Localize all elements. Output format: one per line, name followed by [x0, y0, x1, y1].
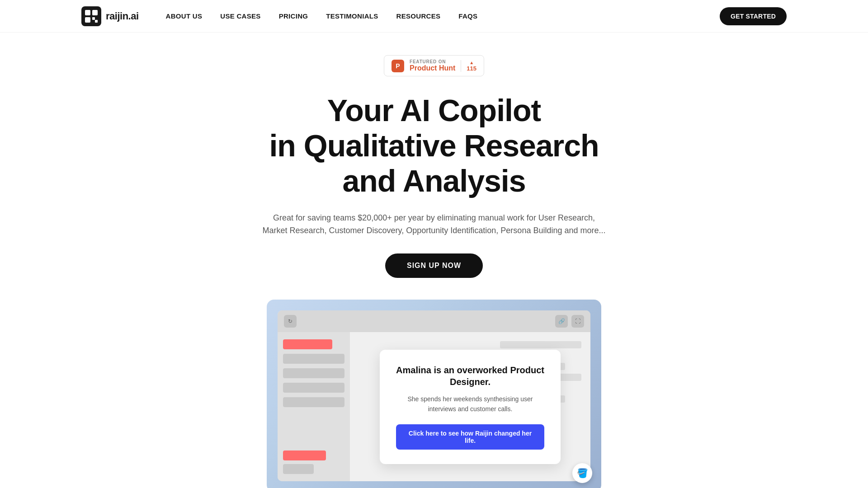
nav-resources[interactable]: RESOURCES: [396, 12, 441, 20]
hero-title-line3: and Analysis: [343, 164, 526, 198]
ph-name: Product Hunt: [410, 64, 455, 72]
overlay-cta-button[interactable]: Click here to see how Raijin changed her…: [396, 424, 544, 450]
ph-featured-label: FEATURED ON: [410, 59, 455, 64]
product-hunt-icon: P: [392, 60, 404, 72]
sidebar-demo-bottom: [283, 450, 344, 474]
overlay-title: Amalina is an overworked Product Designe…: [396, 364, 544, 388]
sidebar-demo-item-3: [283, 368, 344, 378]
browser-toolbar: ↻ 🔗 ⛶: [278, 310, 590, 332]
nav-faqs[interactable]: FAQS: [458, 12, 477, 20]
nav-use-cases[interactable]: USE CASES: [220, 12, 260, 20]
demo-overlay-card: Amalina is an overworked Product Designe…: [380, 350, 561, 464]
sidebar-demo-item-bottom-1: [283, 450, 326, 460]
hero-title: Your AI Copilot in Qualitative Research …: [269, 93, 599, 199]
sidebar-demo-item-5: [283, 397, 344, 407]
logo[interactable]: raijin.ai: [81, 6, 139, 26]
product-hunt-badge[interactable]: P FEATURED ON Product Hunt ▲ 115: [384, 55, 484, 76]
browser-expand-button[interactable]: ⛶: [571, 315, 584, 328]
demo-container: ↻ 🔗 ⛶: [267, 300, 601, 488]
product-hunt-text: FEATURED ON Product Hunt: [410, 59, 455, 72]
get-started-button[interactable]: GET STARTED: [720, 7, 787, 25]
svg-rect-0: [81, 6, 101, 26]
sidebar-demo-item-1: [283, 339, 332, 349]
sidebar-demo-item-bottom-2: [283, 464, 314, 474]
hero-title-line2: in Qualitative Research: [269, 128, 599, 163]
nav-testimonials[interactable]: TESTIMONIALS: [326, 12, 378, 20]
svg-rect-5: [95, 20, 98, 23]
sidebar-demo-item-2: [283, 354, 344, 364]
logo-icon: [81, 6, 101, 26]
svg-rect-2: [92, 10, 98, 15]
browser-refresh-button[interactable]: ↻: [284, 315, 297, 328]
nav-links: ABOUT US USE CASES PRICING TESTIMONIALS …: [166, 12, 720, 20]
chat-icon: 🪣: [577, 468, 588, 479]
demo-content: Amalina is an overworked Product Designe…: [278, 332, 590, 481]
demo-sidebar: [278, 332, 350, 481]
chat-widget[interactable]: 🪣: [572, 463, 592, 483]
hero-title-line1: Your AI Copilot: [327, 93, 541, 127]
nav-pricing[interactable]: PRICING: [279, 12, 308, 20]
ph-votes: ▲ 115: [461, 60, 476, 72]
demo-main-area: Amalina is an overworked Product Designe…: [350, 332, 590, 481]
browser-right-buttons: 🔗 ⛶: [555, 315, 584, 328]
navbar: raijin.ai ABOUT US USE CASES PRICING TES…: [0, 0, 868, 33]
nav-about-us[interactable]: ABOUT US: [166, 12, 203, 20]
logo-text: raijin.ai: [106, 10, 139, 22]
sidebar-demo-item-4: [283, 383, 344, 393]
svg-rect-1: [85, 10, 90, 15]
overlay-description: She spends her weekends synthesising use…: [396, 394, 544, 414]
bg-row-1: [500, 341, 581, 348]
demo-browser: ↻ 🔗 ⛶: [278, 310, 590, 481]
main-content: P FEATURED ON Product Hunt ▲ 115 Your AI…: [0, 33, 868, 488]
hero-subtitle: Great for saving teams $20,000+ per year…: [262, 211, 606, 238]
signup-button[interactable]: SIGN UP NOW: [385, 253, 483, 278]
ph-vote-count: 115: [467, 65, 476, 72]
svg-rect-4: [92, 17, 95, 20]
browser-link-button[interactable]: 🔗: [555, 315, 568, 328]
ph-arrow-icon: ▲: [469, 60, 474, 65]
svg-rect-3: [85, 17, 90, 23]
